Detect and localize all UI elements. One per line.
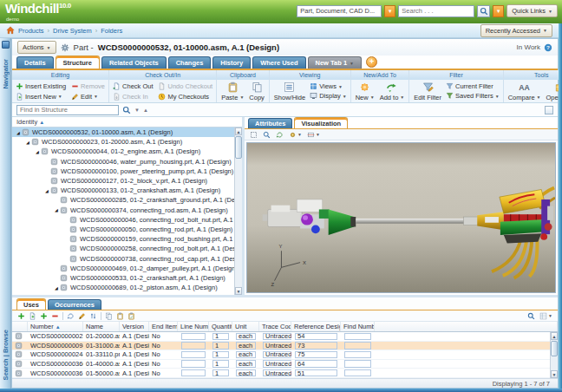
paste-button[interactable] (116, 312, 124, 320)
column-header-ref_designator[interactable]: Reference Designator (291, 322, 341, 331)
remove-button[interactable] (51, 312, 59, 320)
table-row[interactable]: WCDS000000002301-20000.asmA.1 (Design)No… (12, 332, 550, 342)
column-header-number[interactable]: Number▲ (28, 322, 83, 331)
column-header-name[interactable]: Name (83, 322, 120, 331)
tab-attributes[interactable]: Attributes (248, 118, 292, 128)
tab-history[interactable]: History (212, 56, 251, 69)
cell-quantity[interactable]: 1 (209, 342, 232, 350)
cell-input-find_number[interactable] (344, 351, 371, 359)
tab-related-objects[interactable]: Related Objects (101, 56, 167, 69)
cell-input-unit[interactable]: each (236, 333, 256, 341)
breadcrumb-item[interactable]: Drive System (53, 27, 92, 35)
cell-trace_code[interactable]: Untraced (259, 342, 291, 350)
views-button[interactable]: Views▼ (310, 82, 347, 90)
compare-button[interactable]: AACompare▼ (507, 82, 542, 101)
tree-row[interactable]: WCDS0000000469, 01-2_damper_pulley.prt, … (12, 264, 234, 273)
tree-row[interactable]: WCDS0000000285, 01-2_crankshaft_ground.p… (12, 195, 234, 205)
cell-ref_designator[interactable]: 73 (291, 342, 341, 350)
search-scope-dropdown-icon[interactable]: ▼ (384, 5, 395, 17)
refresh-button[interactable] (67, 312, 75, 320)
show-hide-button[interactable]: Show/Hide (273, 82, 306, 101)
find-in-structure-input[interactable] (16, 105, 119, 115)
search-browse-label[interactable]: Search | Browse (2, 330, 10, 380)
insert-existing-button[interactable]: Insert Existing (16, 82, 66, 90)
zoom-button[interactable] (263, 131, 271, 139)
collapse-icon[interactable]: ◢ (53, 285, 60, 291)
edit-button[interactable]: Edit▼ (71, 93, 105, 101)
table-row[interactable]: WCDS000000024401-33110.prtA.1 (Design)No… (12, 350, 550, 360)
cell-input-quantity[interactable]: 1 (212, 369, 229, 377)
cell-line_number[interactable] (178, 360, 209, 369)
scroll-thumb[interactable] (551, 341, 558, 356)
cell-unit[interactable]: each (232, 332, 259, 341)
column-header-quantity[interactable]: Quantity (209, 322, 232, 331)
help-icon[interactable]: ? (544, 43, 552, 52)
tab-changes[interactable]: Changes (168, 56, 212, 69)
cell-input-unit[interactable]: each (236, 342, 256, 350)
cell-input-ref_designator[interactable]: 51 (295, 369, 337, 377)
edit-button[interactable] (78, 312, 86, 320)
breadcrumb-item[interactable]: Folders (101, 27, 122, 35)
cell-unit[interactable]: each (232, 369, 259, 377)
copy-button[interactable] (105, 312, 113, 320)
search-button[interactable] (477, 5, 490, 17)
table-row[interactable]: WCDS000000036101-50000.asmA.1 (Design)No… (12, 369, 550, 378)
cell-ref_designator[interactable]: 51 (291, 369, 341, 377)
current-filter-button[interactable]: Current Filter (446, 82, 500, 90)
tree-row[interactable]: WCDS0000000046, water_pump_housing.prt, … (12, 157, 234, 167)
cell-input-line_number[interactable] (181, 360, 206, 368)
cell-quantity[interactable]: 1 (209, 332, 232, 341)
cell-input-ref_designator[interactable]: 75 (295, 351, 337, 359)
paste-button[interactable]: Paste▼ (220, 82, 245, 101)
copy-button[interactable]: Copy (248, 82, 265, 101)
insert-existing-button[interactable] (40, 312, 48, 320)
search-input[interactable] (398, 5, 474, 17)
actions-button[interactable]: Actions▼ (17, 41, 56, 54)
cell-input-line_number[interactable] (181, 333, 206, 341)
uses-scrollbar[interactable]: ▲ ▼ (550, 332, 558, 378)
column-header-trace_code[interactable]: Trace Code (259, 322, 291, 331)
cell-input-find_number[interactable] (344, 342, 371, 350)
cell-line_number[interactable] (178, 342, 209, 350)
cell-input-unit[interactable]: each (236, 369, 256, 377)
cell-input-line_number[interactable] (181, 351, 206, 359)
paste-special-button[interactable] (127, 312, 135, 320)
tree-row[interactable]: WCDS0000000258, connecting_rod_bolt.prt,… (12, 244, 234, 253)
insert-new-button[interactable]: Insert New▼ (16, 93, 66, 101)
display-button[interactable]: Display▼ (310, 92, 347, 100)
select-button[interactable] (250, 131, 258, 139)
cell-input-ref_designator[interactable]: 73 (295, 342, 337, 350)
tab-uses[interactable]: Uses (16, 298, 46, 310)
home-icon[interactable] (6, 26, 15, 35)
saved-filters-button[interactable]: Saved Filters▼ (446, 92, 500, 100)
navigator-toggle-icon[interactable] (2, 41, 10, 49)
cell-quantity[interactable]: 1 (209, 350, 232, 359)
cell-input-quantity[interactable]: 1 (212, 333, 229, 341)
tree-scrollbar[interactable]: ▲ ▼ (234, 127, 242, 295)
search-options-dropdown-icon[interactable]: ▼ (493, 5, 504, 17)
view-menu-button[interactable]: ▼ (539, 312, 552, 320)
cell-trace_code[interactable]: Untraced (259, 360, 291, 369)
cell-input-trace_code[interactable]: Untraced (263, 333, 291, 341)
tree-row[interactable]: ◢WCDS0000000044, 01-2_engine.asm, A.1 (D… (12, 147, 234, 156)
cell-input-quantity[interactable]: 1 (212, 360, 229, 368)
cell-input-find_number[interactable] (344, 369, 371, 377)
tree-row[interactable]: ◢WCDS0000000374, connecting_rod.asm, A.1… (12, 206, 234, 215)
cell-find_number[interactable] (341, 369, 375, 377)
collapse-icon[interactable]: ◢ (24, 140, 31, 145)
navigator-label[interactable]: Navigator (2, 59, 10, 89)
cell-trace_code[interactable]: Untraced (259, 369, 291, 377)
cell-input-trace_code[interactable]: Untraced (263, 342, 291, 350)
collapse-icon[interactable]: ◢ (15, 130, 22, 135)
add-button[interactable] (17, 312, 25, 320)
scroll-down-icon[interactable]: ▼ (235, 287, 242, 295)
cell-input-quantity[interactable]: 1 (212, 351, 229, 359)
tree-row[interactable]: WCDS0000000100, power_steering_pump.prt,… (12, 167, 234, 176)
tree-row[interactable]: ◢WCDS0000000532, 01-10000.asm, A.1 (Desi… (12, 127, 234, 137)
cell-quantity[interactable]: 1 (209, 360, 232, 369)
cell-trace_code[interactable]: Untraced (259, 332, 291, 341)
cell-ref_designator[interactable]: 64 (291, 360, 341, 369)
collapse-icon[interactable]: ◢ (34, 149, 41, 154)
table-row[interactable]: WCDS000000009401-31000.asmA.1 (Design)No… (12, 342, 550, 351)
new-button[interactable]: New▼ (355, 82, 376, 101)
